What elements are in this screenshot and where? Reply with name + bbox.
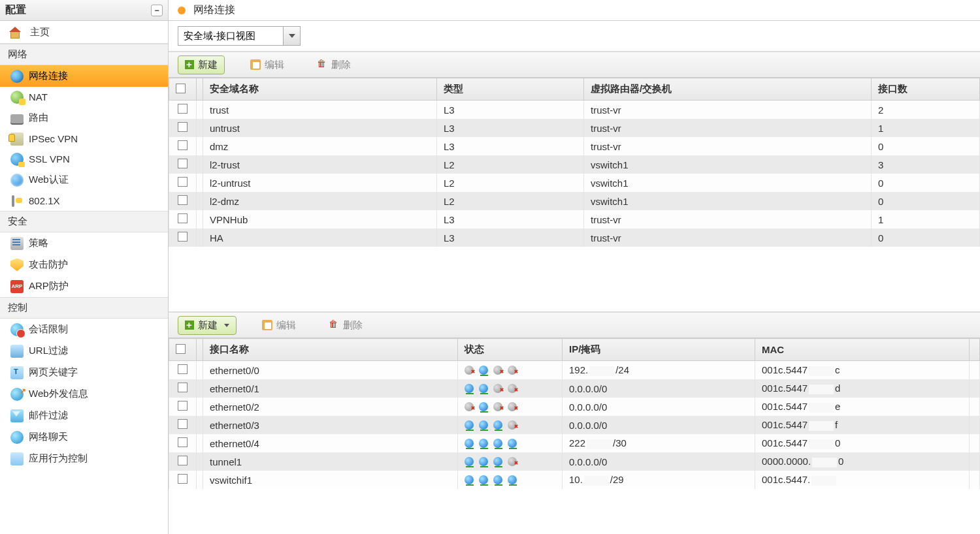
- row-checkbox[interactable]: [178, 383, 188, 392]
- sidebar-item-Web认证[interactable]: Web认证: [0, 169, 168, 191]
- row-checkbox[interactable]: [178, 437, 188, 447]
- cell-extra: [970, 398, 980, 416]
- status-orb-icon: [493, 439, 502, 448]
- cell-ip: 0.0.0.0/0: [563, 452, 755, 471]
- col-count[interactable]: 接口数: [872, 78, 980, 101]
- status-orb-icon: [465, 384, 474, 393]
- sidebar-item-Web外发信息[interactable]: Web外发信息: [0, 383, 168, 405]
- status-dot-icon: [178, 7, 186, 14]
- status-orb-icon: [508, 402, 517, 411]
- interface-new-button[interactable]: 新建: [178, 316, 237, 335]
- row-checkbox[interactable]: [178, 401, 188, 411]
- zone-delete-button[interactable]: 删除: [310, 55, 358, 74]
- redacted-text: [587, 439, 612, 449]
- table-row[interactable]: dmzL3trust-vr0: [169, 137, 980, 155]
- session-icon: [10, 323, 24, 336]
- sidebar-item-URL过滤[interactable]: URL过滤: [0, 340, 168, 362]
- view-select-value[interactable]: [178, 27, 283, 45]
- status-orb-icon: [465, 402, 474, 411]
- sidebar-item-攻击防护[interactable]: 攻击防护: [0, 254, 168, 275]
- row-checkbox[interactable]: [178, 419, 188, 429]
- table-row[interactable]: untrustL3trust-vr1: [169, 119, 980, 137]
- interface-edit-button[interactable]: 编辑: [255, 316, 303, 335]
- sidebar-item-应用行为控制[interactable]: 应用行为控制: [0, 448, 168, 469]
- col-type[interactable]: 类型: [437, 78, 584, 101]
- checkbox-icon[interactable]: [176, 344, 186, 354]
- sidebar-title-bar: 配置 −: [0, 0, 168, 21]
- row-checkbox[interactable]: [178, 122, 188, 132]
- sidebar-collapse-button[interactable]: −: [151, 5, 163, 16]
- table-row[interactable]: HAL3trust-vr0: [169, 228, 980, 247]
- table-row[interactable]: vswitchif110./29001c.5447.: [169, 471, 980, 489]
- btn-label: 新建: [198, 59, 218, 71]
- table-row[interactable]: trustL3trust-vr2: [169, 101, 980, 119]
- zone-edit-button[interactable]: 编辑: [243, 55, 291, 74]
- col-ip[interactable]: IP/掩码: [563, 339, 755, 361]
- 8021x-icon: [10, 195, 22, 207]
- dropdown-icon[interactable]: [283, 27, 300, 45]
- cell-zone-name: HA: [203, 228, 437, 247]
- cell-extra: [970, 416, 980, 434]
- sidebar-item-邮件过滤[interactable]: 邮件过滤: [0, 405, 168, 426]
- policy-icon: [10, 237, 24, 250]
- btn-label: 编辑: [265, 59, 284, 71]
- row-checkbox[interactable]: [178, 364, 188, 374]
- status-orb-icon: [508, 420, 517, 430]
- row-checkbox[interactable]: [178, 177, 188, 187]
- table-row[interactable]: VPNHubL3trust-vr1: [169, 210, 980, 228]
- table-row[interactable]: ethernet0/10.0.0.0/0001c.5447d: [169, 379, 980, 398]
- row-checkbox[interactable]: [178, 456, 188, 465]
- cell-if-name: tunnel1: [203, 452, 458, 471]
- row-checkbox[interactable]: [178, 195, 188, 205]
- row-checkbox[interactable]: [178, 232, 188, 242]
- status-orb-icon: [465, 439, 474, 448]
- row-checkbox[interactable]: [178, 213, 188, 223]
- status-orb-icon: [493, 475, 502, 484]
- table-row[interactable]: ethernet0/0192./24001c.5447c: [169, 361, 980, 380]
- mail-icon: [10, 409, 24, 422]
- main-content: 网络连接 新建 编辑 删除: [169, 0, 980, 534]
- row-checkbox[interactable]: [178, 140, 188, 150]
- col-zone-name[interactable]: 安全域名称: [203, 78, 437, 101]
- redacted-text: [584, 476, 609, 486]
- cell-status: [458, 379, 563, 398]
- col-mac[interactable]: MAC: [755, 339, 970, 361]
- table-row[interactable]: tunnel10.0.0.0/00000.0000.0: [169, 452, 980, 471]
- zone-new-button[interactable]: 新建: [178, 55, 225, 74]
- checkbox-icon[interactable]: [176, 84, 186, 93]
- sidebar-item-SSL VPN[interactable]: SSL VPN: [0, 149, 168, 169]
- sidebar-item-策略[interactable]: 策略: [0, 232, 168, 254]
- sidebar-item-label: 网络聊天: [29, 431, 68, 443]
- row-checkbox[interactable]: [178, 159, 188, 168]
- table-row[interactable]: l2-untrustL2vswitch10: [169, 174, 980, 192]
- table-row[interactable]: l2-trustL2vswitch13: [169, 155, 980, 174]
- sidebar-item-NAT[interactable]: NAT: [0, 87, 168, 107]
- sidebar-item-802.1X[interactable]: 802.1X: [0, 191, 168, 211]
- col-status[interactable]: 状态: [458, 339, 563, 361]
- sidebar-home[interactable]: 主页: [0, 21, 168, 44]
- sidebar-item-网络聊天[interactable]: 网络聊天: [0, 426, 168, 448]
- table-row[interactable]: ethernet0/4222/30001c.54470: [169, 434, 980, 452]
- sidebar: 配置 − 主页 网络网络连接NAT路由IPSec VPNSSL VPNWeb认证…: [0, 0, 169, 534]
- redacted-text: [809, 421, 834, 431]
- interface-delete-button[interactable]: 删除: [321, 316, 370, 335]
- sidebar-item-会话限制[interactable]: 会话限制: [0, 319, 168, 340]
- col-vr[interactable]: 虚拟路由器/交换机: [584, 78, 872, 101]
- select-all-header[interactable]: [169, 78, 197, 101]
- table-row[interactable]: ethernet0/20.0.0.0/0001c.5447e: [169, 398, 980, 416]
- sidebar-item-网页关键字[interactable]: 网页关键字: [0, 362, 168, 383]
- webout-icon: [10, 388, 24, 401]
- sidebar-item-IPSec VPN[interactable]: IPSec VPN: [0, 129, 168, 149]
- view-select[interactable]: [178, 26, 301, 46]
- row-checkbox[interactable]: [178, 474, 188, 484]
- col-if-name[interactable]: 接口名称: [203, 339, 458, 361]
- table-row[interactable]: l2-dmzL2vswitch10: [169, 192, 980, 210]
- trash-icon: [317, 59, 327, 70]
- sidebar-item-网络连接[interactable]: 网络连接: [0, 65, 168, 87]
- sidebar-item-路由[interactable]: 路由: [0, 107, 168, 129]
- cell-type: L3: [437, 119, 584, 137]
- sidebar-item-ARP防护[interactable]: ARPARP防护: [0, 275, 168, 297]
- row-checkbox[interactable]: [178, 104, 188, 114]
- select-all-header[interactable]: [169, 339, 197, 361]
- table-row[interactable]: ethernet0/30.0.0.0/0001c.5447f: [169, 416, 980, 434]
